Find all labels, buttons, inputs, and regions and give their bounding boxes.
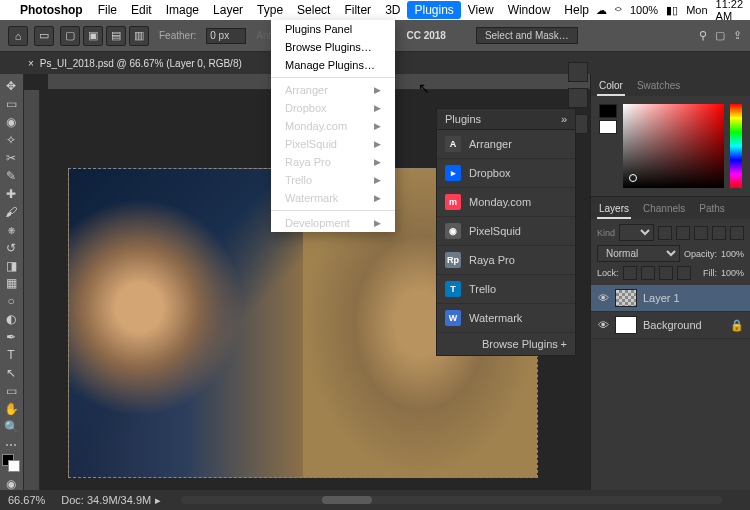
menu-item-monday[interactable]: Monday.com▶ bbox=[271, 117, 395, 135]
menu-filter[interactable]: Filter bbox=[337, 1, 378, 19]
menu-item-watermark[interactable]: Watermark▶ bbox=[271, 189, 395, 207]
plugin-item[interactable]: TTrello bbox=[437, 275, 575, 304]
menu-3d[interactable]: 3D bbox=[378, 1, 407, 19]
history-brush-icon[interactable]: ↺ bbox=[0, 239, 22, 256]
layer-thumbnail[interactable] bbox=[615, 289, 637, 307]
tab-channels[interactable]: Channels bbox=[641, 200, 687, 219]
menu-plugins[interactable]: Plugins bbox=[407, 1, 460, 19]
brush-tool-icon[interactable]: 🖌 bbox=[0, 203, 22, 220]
strip-icon-2[interactable] bbox=[568, 88, 588, 108]
filter-smart-icon[interactable] bbox=[730, 226, 744, 240]
layer-name[interactable]: Background bbox=[643, 319, 702, 331]
visibility-icon[interactable]: 👁 bbox=[597, 292, 609, 304]
eyedropper-tool-icon[interactable]: ✎ bbox=[0, 168, 22, 185]
eraser-tool-icon[interactable]: ◨ bbox=[0, 257, 22, 274]
lock-all-icon[interactable] bbox=[677, 266, 691, 280]
selection-new-icon[interactable]: ▢ bbox=[60, 26, 80, 46]
home-button[interactable]: ⌂ bbox=[8, 26, 28, 46]
layer-row[interactable]: 👁 Layer 1 bbox=[591, 285, 750, 312]
opacity-value[interactable]: 100% bbox=[721, 249, 744, 259]
wifi-icon[interactable]: ⌔ bbox=[615, 4, 622, 16]
pen-tool-icon[interactable]: ✒ bbox=[0, 329, 22, 346]
zoom-tool-icon[interactable]: 🔍 bbox=[0, 418, 22, 435]
tab-layers[interactable]: Layers bbox=[597, 200, 631, 219]
kind-select[interactable] bbox=[619, 224, 654, 241]
share-icon[interactable]: ⇪ bbox=[733, 29, 742, 42]
zoom-level[interactable]: 66.67% bbox=[8, 494, 45, 506]
menu-help[interactable]: Help bbox=[557, 1, 596, 19]
tab-color[interactable]: Color bbox=[597, 77, 625, 96]
cloud-icon[interactable]: ☁ bbox=[596, 4, 607, 17]
selection-sub-icon[interactable]: ▤ bbox=[106, 26, 126, 46]
filter-shape-icon[interactable] bbox=[712, 226, 726, 240]
layer-name[interactable]: Layer 1 bbox=[643, 292, 680, 304]
crop-tool-icon[interactable]: ✂ bbox=[0, 150, 22, 167]
fg-swatch[interactable] bbox=[599, 104, 617, 118]
menu-edit[interactable]: Edit bbox=[124, 1, 159, 19]
menu-type[interactable]: Type bbox=[250, 1, 290, 19]
lock-trans-icon[interactable] bbox=[623, 266, 637, 280]
blur-tool-icon[interactable]: ○ bbox=[0, 293, 22, 310]
menu-select[interactable]: Select bbox=[290, 1, 337, 19]
plugin-item[interactable]: mMonday.com bbox=[437, 188, 575, 217]
lasso-tool-icon[interactable]: ◉ bbox=[0, 114, 22, 131]
more-tools-icon[interactable]: ⋯ bbox=[0, 436, 22, 453]
ruler-vertical[interactable] bbox=[24, 90, 40, 510]
gradient-tool-icon[interactable]: ▦ bbox=[0, 275, 22, 292]
menu-item-rayapro[interactable]: Raya Pro▶ bbox=[271, 153, 395, 171]
feather-input[interactable] bbox=[206, 28, 246, 44]
dodge-tool-icon[interactable]: ◐ bbox=[0, 311, 22, 328]
tab-swatches[interactable]: Swatches bbox=[635, 77, 682, 96]
plugin-item[interactable]: AArranger bbox=[437, 130, 575, 159]
move-tool-icon[interactable]: ✥ bbox=[0, 78, 22, 95]
shape-tool-icon[interactable]: ▭ bbox=[0, 382, 22, 399]
menu-view[interactable]: View bbox=[461, 1, 501, 19]
menu-item-development[interactable]: Development▶ bbox=[271, 214, 395, 232]
menu-item-dropbox[interactable]: Dropbox▶ bbox=[271, 99, 395, 117]
menu-item-arranger[interactable]: Arranger▶ bbox=[271, 81, 395, 99]
status-scrollbar[interactable] bbox=[181, 496, 722, 504]
menu-file[interactable]: File bbox=[91, 1, 124, 19]
browse-plugins-link[interactable]: Browse Plugins bbox=[482, 338, 558, 350]
menu-image[interactable]: Image bbox=[159, 1, 206, 19]
visibility-icon[interactable]: 👁 bbox=[597, 319, 609, 331]
workspace-icon[interactable]: ▢ bbox=[715, 29, 725, 42]
layer-row[interactable]: 👁 Background 🔒 bbox=[591, 312, 750, 339]
close-tab-icon[interactable]: × bbox=[28, 58, 34, 69]
chevron-right-icon[interactable]: ▸ bbox=[155, 494, 161, 507]
plugin-item[interactable]: RpRaya Pro bbox=[437, 246, 575, 275]
selection-add-icon[interactable]: ▣ bbox=[83, 26, 103, 46]
color-picker[interactable] bbox=[623, 104, 724, 188]
type-tool-icon[interactable]: T bbox=[0, 347, 22, 364]
filter-adj-icon[interactable] bbox=[676, 226, 690, 240]
menu-item-plugins-panel[interactable]: Plugins Panel bbox=[271, 20, 395, 38]
menu-item-trello[interactable]: Trello▶ bbox=[271, 171, 395, 189]
wand-tool-icon[interactable]: ✧ bbox=[0, 132, 22, 149]
add-plugin-icon[interactable]: + bbox=[561, 338, 567, 350]
path-tool-icon[interactable]: ↖ bbox=[0, 365, 22, 382]
bg-swatch[interactable] bbox=[599, 120, 617, 134]
selection-intersect-icon[interactable]: ▥ bbox=[129, 26, 149, 46]
strip-icon-1[interactable] bbox=[568, 62, 588, 82]
hue-slider[interactable] bbox=[730, 104, 742, 188]
layer-thumbnail[interactable] bbox=[615, 316, 637, 334]
search-icon[interactable]: ⚲ bbox=[699, 29, 707, 42]
lock-pos-icon[interactable] bbox=[659, 266, 673, 280]
plugin-item[interactable]: ◉PixelSquid bbox=[437, 217, 575, 246]
blend-mode-select[interactable]: Normal bbox=[597, 245, 680, 262]
heal-tool-icon[interactable]: ✚ bbox=[0, 185, 22, 202]
menu-window[interactable]: Window bbox=[501, 1, 558, 19]
stamp-tool-icon[interactable]: ⎈ bbox=[0, 221, 22, 238]
menu-item-browse-plugins[interactable]: Browse Plugins… bbox=[271, 38, 395, 56]
menu-layer[interactable]: Layer bbox=[206, 1, 250, 19]
plugin-item[interactable]: ▸Dropbox bbox=[437, 159, 575, 188]
plugin-item[interactable]: WWatermark bbox=[437, 304, 575, 333]
fg-bg-swatch[interactable] bbox=[0, 454, 22, 474]
menu-item-pixelsquid[interactable]: PixelSquid▶ bbox=[271, 135, 395, 153]
marquee-tool-icon[interactable]: ▭ bbox=[0, 96, 22, 113]
menu-item-manage-plugins[interactable]: Manage Plugins… bbox=[271, 56, 395, 74]
filter-type-icon[interactable] bbox=[694, 226, 708, 240]
hand-tool-icon[interactable]: ✋ bbox=[0, 400, 22, 417]
collapse-panel-icon[interactable]: » bbox=[561, 113, 567, 125]
lock-pixels-icon[interactable] bbox=[641, 266, 655, 280]
